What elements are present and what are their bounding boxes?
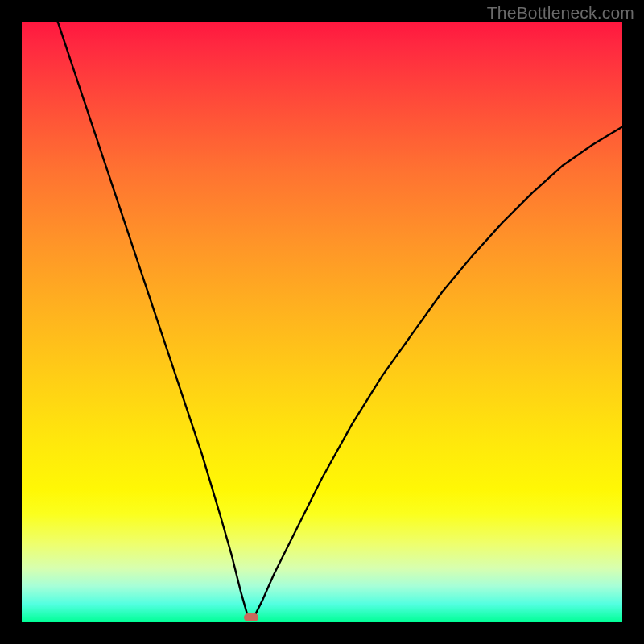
minimum-marker xyxy=(244,613,258,621)
watermark-text: TheBottleneck.com xyxy=(487,3,634,23)
chart-frame: TheBottleneck.com xyxy=(0,0,644,644)
curve-line xyxy=(58,22,622,617)
chart-plot-area xyxy=(22,22,622,622)
